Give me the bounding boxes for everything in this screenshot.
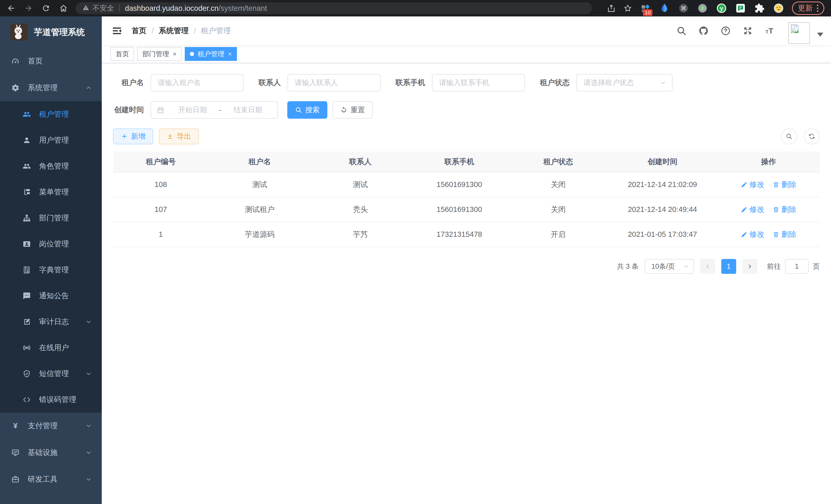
delete-link[interactable]: 删除 xyxy=(773,229,796,240)
tenant-name-input[interactable] xyxy=(150,74,243,91)
post-icon xyxy=(23,240,31,248)
sidebar-item-pay[interactable]: ¥支付管理 xyxy=(0,413,102,439)
browser-forward-icon[interactable] xyxy=(24,4,33,12)
sidebar-item-dev-tools[interactable]: 研发工具 xyxy=(0,466,102,493)
contact-input[interactable] xyxy=(288,74,380,91)
sidebar-item-role[interactable]: 角色管理 xyxy=(0,153,102,179)
sidebar-item-sms[interactable]: 短信管理 xyxy=(0,361,102,387)
sidebar-item-label: 通知公告 xyxy=(39,291,69,301)
audit-icon xyxy=(23,318,31,326)
sidebar-item-notice[interactable]: 通知公告 xyxy=(0,283,102,309)
profile-avatar-icon[interactable] xyxy=(773,3,784,14)
goto-page-input[interactable] xyxy=(785,259,809,274)
chevron-down-icon xyxy=(85,449,92,456)
user-avatar-menu[interactable] xyxy=(789,18,823,44)
extension-chat-icon[interactable] xyxy=(735,3,746,14)
column-header: 操作 xyxy=(717,152,820,172)
font-size-icon[interactable]: TT xyxy=(765,26,775,36)
extension-command-icon[interactable]: ⌘ xyxy=(678,3,689,14)
mobile-label: 联系手机 xyxy=(396,78,425,88)
address-bar[interactable]: 不安全 dashboard.yudao.iocoder.cn/system/te… xyxy=(76,2,592,14)
search-button[interactable]: 搜索 xyxy=(287,101,327,119)
svg-text:⌘: ⌘ xyxy=(681,5,686,11)
filter-contact: 联系人 xyxy=(258,74,380,91)
sidebar-item-menu[interactable]: 菜单管理 xyxy=(0,179,102,205)
sidebar-item-dict[interactable]: 字典管理 xyxy=(0,257,102,283)
browser-menu-kebab-icon[interactable] xyxy=(817,5,819,12)
tab-home[interactable]: 首页 xyxy=(111,47,134,61)
sidebar-item-user[interactable]: 用户管理 xyxy=(0,127,102,153)
fullscreen-icon[interactable] xyxy=(743,26,753,36)
share-icon[interactable] xyxy=(607,4,616,12)
edit-link[interactable]: 修改 xyxy=(741,229,765,240)
browser-back-icon[interactable] xyxy=(7,4,16,12)
url-host: dashboard.yudao.iocoder.cn xyxy=(125,4,219,12)
sidebar-item-system[interactable]: 系统管理 xyxy=(0,75,102,101)
bookmark-star-icon[interactable] xyxy=(623,4,632,12)
sidebar-collapse-icon[interactable] xyxy=(112,25,122,36)
sidebar-item-online-user[interactable]: 在线用户 xyxy=(0,335,102,361)
app-logo[interactable]: 芋道管理系统 xyxy=(0,17,102,48)
browser-update-button[interactable]: 更新 xyxy=(792,2,824,15)
extension-wallet-icon[interactable]: 10 xyxy=(640,3,651,14)
edit-link[interactable]: 修改 xyxy=(741,180,765,190)
sidebar-item-label: 在线用户 xyxy=(39,343,69,353)
extensions-puzzle-icon[interactable] xyxy=(754,3,765,14)
cell-id: 107 xyxy=(113,197,208,222)
sidebar-item-infra[interactable]: 基础设施 xyxy=(0,439,102,466)
online-icon xyxy=(23,344,31,352)
page-number-1[interactable]: 1 xyxy=(721,259,736,274)
sidebar-item-label: 用户管理 xyxy=(39,135,69,145)
chevron-up-icon xyxy=(85,85,92,91)
next-page-button[interactable] xyxy=(742,259,757,274)
help-icon[interactable] xyxy=(720,26,731,36)
breadcrumb-system[interactable]: 系统管理 xyxy=(159,26,189,36)
github-icon[interactable] xyxy=(698,26,709,36)
chevron-down-icon xyxy=(660,79,666,86)
date-range-picker[interactable]: 开始日期 - 结束日期 xyxy=(150,101,278,119)
sidebar-item-audit-log[interactable]: 审计日志 xyxy=(0,309,102,335)
sidebar-item-label: 短信管理 xyxy=(39,368,69,379)
search-button-label: 搜索 xyxy=(305,105,320,115)
contact-label: 联系人 xyxy=(258,78,281,88)
sidebar-item-home[interactable]: 首页 xyxy=(0,48,102,75)
mobile-input[interactable] xyxy=(432,74,525,91)
sidebar-item-error-code[interactable]: 错误码管理 xyxy=(0,387,102,413)
extension-gray-circle-icon[interactable] xyxy=(697,3,708,14)
filter-mobile: 联系手机 xyxy=(396,74,525,91)
status-select[interactable]: 请选择租户状态 xyxy=(576,74,672,91)
header-search-icon[interactable] xyxy=(676,26,687,36)
main-panel: 首页 / 系统管理 / 租户管理 TT xyxy=(102,17,831,504)
start-date-placeholder[interactable]: 开始日期 xyxy=(169,105,217,115)
tab-tenant[interactable]: 租户管理× xyxy=(185,47,237,61)
hide-search-icon-button[interactable] xyxy=(781,128,797,144)
sidebar-item-post[interactable]: 岗位管理 xyxy=(0,231,102,257)
browser-home-icon[interactable] xyxy=(59,4,68,12)
tab-close-icon[interactable]: × xyxy=(228,51,232,57)
create-time-label: 创建时间 xyxy=(113,105,144,115)
breadcrumb-home[interactable]: 首页 xyxy=(132,26,146,36)
end-date-placeholder[interactable]: 结束日期 xyxy=(224,105,272,115)
tab-dept[interactable]: 部门管理× xyxy=(137,47,182,61)
sidebar-item-dept[interactable]: 部门管理 xyxy=(0,205,102,231)
extension-yudao-icon[interactable]: y xyxy=(716,3,727,14)
sidebar-item-tenant[interactable]: 租户管理 xyxy=(0,101,102,127)
prev-page-button[interactable] xyxy=(700,259,715,274)
yen-icon: ¥ xyxy=(11,422,20,430)
avatar-caret-icon[interactable] xyxy=(817,33,823,37)
reset-button[interactable]: 重置 xyxy=(333,101,373,119)
tab-close-icon[interactable]: × xyxy=(173,51,176,57)
browser-reload-icon[interactable] xyxy=(41,4,50,12)
filter-create-time: 创建时间 开始日期 - 结束日期 xyxy=(113,101,278,119)
avatar-broken-image xyxy=(789,22,810,44)
add-button[interactable]: 新增 xyxy=(113,128,153,144)
edit-link[interactable]: 修改 xyxy=(741,205,765,215)
export-button[interactable]: 导出 xyxy=(159,128,199,144)
delete-link[interactable]: 删除 xyxy=(773,180,796,190)
breadcrumb-separator: / xyxy=(152,27,154,35)
delete-link[interactable]: 删除 xyxy=(773,205,796,215)
date-separator: - xyxy=(218,106,222,114)
extension-kite-icon[interactable] xyxy=(659,3,670,14)
refresh-table-button[interactable] xyxy=(804,128,820,144)
page-size-select[interactable]: 10条/页 xyxy=(645,259,694,274)
